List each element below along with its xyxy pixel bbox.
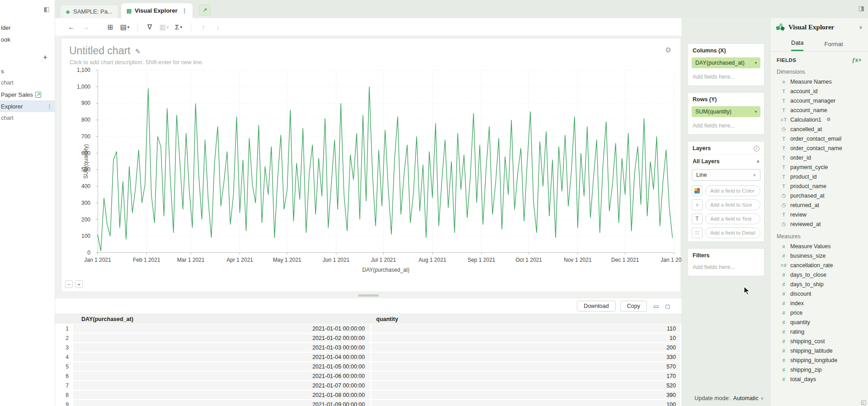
cell-quantity[interactable]: 100 <box>372 400 680 406</box>
field-item[interactable]: #shipping_longitude <box>770 355 868 365</box>
field-item[interactable]: #business_size <box>770 251 868 260</box>
table-row[interactable]: 52021-01-05 00:00:00570 <box>55 362 682 371</box>
field-item[interactable]: #shipping_latitude <box>770 346 868 355</box>
back-button[interactable]: ← <box>65 21 78 33</box>
cell-date[interactable]: 2021-01-03 00:00:00 <box>73 343 370 352</box>
bars-button[interactable]: ▥ ▾ <box>158 21 170 33</box>
columns-add-fields[interactable]: Add fields here... <box>688 71 764 85</box>
chevron-up-icon[interactable]: ∧ <box>756 159 760 164</box>
field-item[interactable]: #price <box>770 308 868 317</box>
field-item[interactable]: #shipping_cost <box>770 336 868 346</box>
field-item[interactable]: Tproduct_id <box>770 172 868 181</box>
column-header-quantity[interactable]: quantity <box>372 316 682 322</box>
cell-quantity[interactable]: 110 <box>372 324 680 333</box>
sidebar-item[interactable]: chart <box>0 112 55 124</box>
cell-quantity[interactable]: 570 <box>372 362 680 371</box>
table-row[interactable]: 42021-01-04 00:00:00330 <box>55 352 682 362</box>
sidebar-add-button[interactable]: + <box>41 53 49 61</box>
table-row[interactable]: 72021-01-07 00:00:00520 <box>55 381 682 390</box>
cell-quantity[interactable]: 390 <box>372 391 680 399</box>
filters-add-fields[interactable]: Add fields here... <box>688 261 764 276</box>
field-item[interactable]: #rating <box>770 327 868 336</box>
cell-date[interactable]: 2021-01-08 00:00:00 <box>73 391 370 399</box>
field-item[interactable]: =#cancellation_rate <box>770 260 868 270</box>
mark-type-select[interactable]: Line ∨ <box>692 169 760 181</box>
collapse-sidebar-icon[interactable]: ◧ <box>42 5 51 14</box>
tab-sample-paper-sales[interactable]: ◈ SAMPLE: Pa... <box>60 5 118 18</box>
field-item[interactable]: Torder_contact_name <box>770 143 868 153</box>
forward-button[interactable]: → <box>80 21 92 33</box>
splitter-handle[interactable] <box>358 294 379 297</box>
bottom-right-icon[interactable]: ◱ <box>861 399 866 406</box>
field-item[interactable]: ◷cancelled_at <box>770 124 868 134</box>
cell-date[interactable]: 2021-01-02 00:00:00 <box>73 334 370 342</box>
rows-add-fields[interactable]: Add fields here... <box>688 120 764 134</box>
tab-format[interactable]: Format <box>824 41 843 51</box>
field-item[interactable]: ◷returned_at <box>770 200 868 210</box>
field-item[interactable]: #quantity <box>770 317 868 327</box>
field-item[interactable]: Torder_contact_email <box>770 134 868 143</box>
table-row[interactable]: 92021-01-09 00:00:00100 <box>55 400 682 406</box>
field-item[interactable]: #days_to_ship <box>770 279 868 289</box>
download-button[interactable]: Download <box>577 301 616 312</box>
table-row[interactable]: 62021-01-06 00:00:00170 <box>55 371 682 381</box>
expand-table-icon[interactable]: ◻ <box>665 303 670 310</box>
field-item[interactable]: ◷purchased_at <box>770 191 868 200</box>
rows-pill[interactable]: SUM(quantity) ▾ <box>692 106 760 117</box>
sidebar-item[interactable]: ook <box>0 33 55 45</box>
info-icon[interactable]: i <box>754 146 760 151</box>
field-item[interactable]: Taccount_name <box>770 105 868 115</box>
cell-date[interactable]: 2021-01-07 00:00:00 <box>73 381 370 390</box>
shelf-color-input[interactable]: Add a field to Color <box>705 185 760 196</box>
columns-pill[interactable]: DAY(purchased_at) ▾ <box>692 57 760 68</box>
cell-date[interactable]: 2021-01-09 00:00:00 <box>73 400 370 406</box>
plot-area[interactable]: SUM(quantity) 01002003004005006007008009… <box>98 70 674 253</box>
table-row[interactable]: 12021-01-01 00:00:00110 <box>55 324 682 333</box>
gear-icon[interactable]: ⚙ <box>826 117 831 123</box>
cell-quantity[interactable]: 520 <box>372 381 680 390</box>
cell-date[interactable]: 2021-01-05 00:00:00 <box>73 362 370 371</box>
sort-ascending-button[interactable]: ↑ <box>197 21 210 33</box>
field-item[interactable]: =TCalculation1⚙ <box>770 115 868 124</box>
field-item[interactable]: #index <box>770 298 868 308</box>
table-row[interactable]: 22021-01-02 00:00:0010 <box>55 333 682 343</box>
sidebar-item[interactable]: lder <box>0 22 55 33</box>
tab-data[interactable]: Data <box>791 39 803 51</box>
copy-button[interactable]: Copy <box>620 301 647 312</box>
kebab-icon[interactable]: ⋮ <box>181 7 187 14</box>
sidebar-item[interactable]: chart <box>0 77 55 89</box>
collapse-right-panel-icon[interactable]: ◨ <box>859 5 864 12</box>
open-in-new-button[interactable]: ↗ <box>199 5 211 15</box>
add-formula-button[interactable]: ƒx+ <box>852 57 862 63</box>
filter-button[interactable]: ∇ <box>143 21 156 33</box>
update-mode-select[interactable]: Automatic ∨ <box>733 395 764 401</box>
line-chart-svg[interactable] <box>98 70 674 253</box>
table-row[interactable]: 32021-01-03 00:00:00200 <box>55 343 682 352</box>
field-item[interactable]: Torder_id <box>770 153 868 162</box>
shelf-size-input[interactable]: Add a field to Size <box>705 199 760 210</box>
cell-quantity[interactable]: 330 <box>372 353 680 361</box>
field-item[interactable]: ≡Measure Names <box>770 77 868 86</box>
field-item[interactable]: #days_to_close <box>770 270 868 279</box>
shelf-detail-input[interactable]: Add a field to Detail <box>705 227 760 238</box>
sort-descending-button[interactable]: ↓ <box>212 21 224 33</box>
cell-quantity[interactable]: 200 <box>372 343 680 352</box>
cell-date[interactable]: 2021-01-04 00:00:00 <box>73 353 370 361</box>
field-item[interactable]: Tproduct_name <box>770 181 868 191</box>
panel-splitter[interactable] <box>55 292 682 298</box>
edit-title-icon[interactable]: ✎ <box>135 47 141 56</box>
cell-quantity[interactable]: 10 <box>372 334 680 342</box>
field-item[interactable]: Treview <box>770 210 868 219</box>
tab-visual-explorer[interactable]: ▤ Visual Explorer ⋮ <box>121 3 193 18</box>
field-item[interactable]: #discount <box>770 289 868 298</box>
chevron-down-icon[interactable]: ∨ <box>859 24 863 30</box>
sidebar-item[interactable]: s <box>0 65 55 77</box>
field-item[interactable]: #shipping_zip <box>770 365 868 374</box>
field-item[interactable]: ◷reviewed_at <box>770 219 868 229</box>
zoom-in-button[interactable]: + <box>75 280 83 288</box>
cell-quantity[interactable]: 170 <box>372 372 680 380</box>
column-header-date[interactable]: DAY(purchased_at) <box>73 316 372 322</box>
aggregate-button[interactable]: Σ ▾ <box>172 21 185 33</box>
chart-type-button[interactable]: ▤ ▾ <box>118 21 131 33</box>
field-item[interactable]: ≡Measure Values <box>770 241 868 251</box>
